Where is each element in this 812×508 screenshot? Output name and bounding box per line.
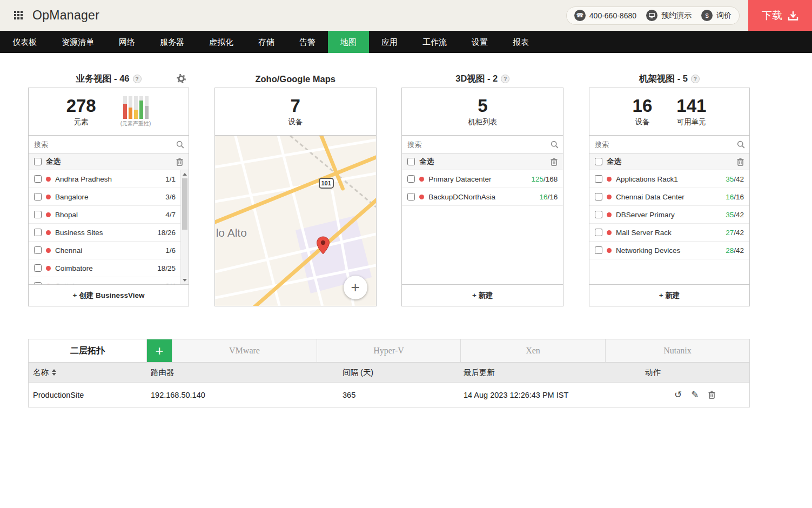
- nav-tab-label: 告警: [299, 37, 316, 46]
- select-all-checkbox[interactable]: [407, 158, 415, 165]
- tab-hyperv[interactable]: Hyper-V: [317, 339, 461, 362]
- list-item[interactable]: Cuttak 3/4: [29, 277, 189, 284]
- delete-icon[interactable]: [708, 391, 715, 399]
- severity-bar: [134, 96, 138, 119]
- list-item[interactable]: Applications Rack1 35/42: [589, 170, 749, 188]
- item-checkbox[interactable]: [34, 282, 42, 284]
- map-canvas[interactable]: 101 lo Alto +: [215, 136, 376, 306]
- severity-bar: [145, 96, 149, 119]
- nav-tab[interactable]: 告警: [287, 31, 328, 53]
- new-rack-view-button[interactable]: + 新建: [589, 284, 749, 306]
- item-checkbox[interactable]: [34, 229, 42, 236]
- nav-tab[interactable]: 设置: [459, 31, 500, 53]
- tab-nutanix[interactable]: Nutanix: [606, 339, 749, 362]
- add-topology-button[interactable]: +: [147, 339, 172, 362]
- phone-contact[interactable]: ☎ 400-660-8680: [574, 10, 636, 21]
- item-name: DBServer Primary: [616, 211, 721, 219]
- nav-tab[interactable]: 仪表板: [0, 31, 49, 53]
- nav-tab[interactable]: 服务器: [147, 31, 197, 53]
- scroll-down-icon[interactable]: [183, 279, 187, 282]
- rack-views-search-input[interactable]: [589, 136, 749, 153]
- nav-tab[interactable]: 虚拟化: [197, 31, 246, 53]
- help-icon[interactable]: ?: [501, 75, 509, 83]
- item-checkbox[interactable]: [407, 175, 415, 183]
- trash-icon[interactable]: [551, 158, 558, 166]
- trash-icon[interactable]: [176, 158, 183, 166]
- scroll-up-icon[interactable]: [183, 173, 187, 176]
- gear-icon[interactable]: [177, 74, 186, 85]
- item-checkbox[interactable]: [34, 264, 42, 272]
- rack-device-count-label: 设备: [633, 117, 653, 127]
- book-demo-link[interactable]: 预约演示: [646, 10, 692, 21]
- scrollbar[interactable]: [180, 170, 189, 284]
- list-item[interactable]: Bhopal 4/7: [29, 206, 189, 224]
- monitor-icon: [646, 10, 657, 21]
- help-icon[interactable]: ?: [133, 75, 142, 83]
- map-zoom-in-button[interactable]: +: [344, 276, 367, 299]
- tab-vmware[interactable]: VMware: [172, 339, 317, 362]
- list-item[interactable]: Bangalore 3/6: [29, 188, 189, 206]
- item-checkbox[interactable]: [595, 193, 602, 200]
- status-dot: [607, 230, 612, 235]
- nav-tab[interactable]: 资源清单: [49, 31, 106, 53]
- item-checkbox[interactable]: [595, 229, 602, 236]
- select-all-checkbox[interactable]: [34, 158, 42, 165]
- item-checkbox[interactable]: [595, 246, 602, 254]
- item-checkbox[interactable]: [34, 246, 42, 254]
- tab-layer2-topology[interactable]: 二层拓扑: [29, 339, 147, 362]
- row-name: ProductionSite: [33, 391, 84, 399]
- list-item[interactable]: BackupDCNorthAsia 16/16: [402, 188, 563, 206]
- nav-tab[interactable]: 报表: [500, 31, 541, 53]
- item-checkbox[interactable]: [34, 193, 42, 200]
- item-checkbox[interactable]: [407, 193, 415, 200]
- trash-icon[interactable]: [737, 158, 744, 166]
- create-businessview-button[interactable]: + 创建 BusinessView: [29, 284, 189, 306]
- map-city-label: lo Alto: [216, 226, 247, 239]
- select-all-checkbox[interactable]: [595, 158, 602, 165]
- 3d-views-search-input[interactable]: [402, 136, 563, 153]
- list-item[interactable]: Coimbatore 18/25: [29, 259, 189, 277]
- search-icon: [176, 141, 184, 149]
- rediscover-icon[interactable]: ↺: [674, 390, 682, 399]
- list-item[interactable]: Business Sites 18/26: [29, 224, 189, 242]
- list-item[interactable]: DBServer Primary 35/42: [589, 206, 749, 224]
- list-item[interactable]: Primary Datacenter 125/168: [402, 170, 563, 188]
- item-checkbox[interactable]: [34, 211, 42, 218]
- nav-tab-label: 存储: [258, 37, 274, 46]
- 3d-views-panel: 3D视图 - 2 ? 5 机柜列表 全选: [401, 71, 563, 306]
- help-icon[interactable]: ?: [691, 75, 700, 83]
- list-item[interactable]: Andhra Pradhesh 1/1: [29, 170, 189, 188]
- inquiry-link[interactable]: $ 询价: [701, 10, 732, 21]
- business-search-input[interactable]: [29, 136, 189, 153]
- edit-icon[interactable]: ✎: [691, 390, 699, 399]
- new-3d-view-button[interactable]: + 新建: [402, 284, 563, 306]
- item-checkbox[interactable]: [34, 175, 42, 183]
- list-item[interactable]: Networking Devices 28/42: [589, 242, 749, 259]
- severity-bar: [123, 96, 127, 119]
- item-name: BackupDCNorthAsia: [428, 193, 535, 201]
- item-checkbox[interactable]: [595, 175, 602, 183]
- scrollbar-thumb[interactable]: [182, 178, 187, 230]
- table-row[interactable]: ProductionSite 192.168.50.140 365 14 Aug…: [29, 383, 749, 407]
- download-button[interactable]: 下载: [748, 0, 812, 31]
- app-launcher-grid-icon[interactable]: [14, 11, 24, 21]
- sort-icon[interactable]: [52, 369, 56, 376]
- tab-xen[interactable]: Xen: [461, 339, 606, 362]
- item-checkbox[interactable]: [595, 211, 602, 218]
- item-name: Networking Devices: [616, 246, 721, 255]
- phone-number: 400-660-8680: [589, 11, 636, 20]
- item-count: 35/42: [726, 211, 744, 219]
- list-item[interactable]: Chennai Data Center 16/16: [589, 188, 749, 206]
- nav-tab[interactable]: 网络: [106, 31, 147, 53]
- item-count: 18/26: [157, 229, 176, 237]
- nav-tab[interactable]: 地图: [328, 31, 369, 53]
- list-item[interactable]: Mail Server Rack 27/42: [589, 224, 749, 242]
- map-pin-icon[interactable]: [316, 236, 330, 257]
- nav-tab[interactable]: 应用: [369, 31, 410, 53]
- list-item[interactable]: Chennai 1/6: [29, 242, 189, 259]
- item-name: Cuttak: [55, 282, 161, 285]
- item-name: Chennai: [55, 246, 161, 255]
- nav-tab[interactable]: 存储: [246, 31, 287, 53]
- nav-tab[interactable]: 工作流: [410, 31, 459, 53]
- item-name: Bangalore: [55, 193, 161, 201]
